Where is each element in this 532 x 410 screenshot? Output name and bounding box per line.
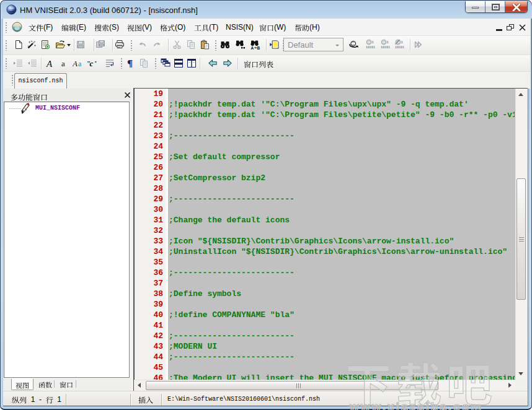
svg-text:a: a — [61, 59, 65, 68]
svg-text:1: 1 — [372, 40, 375, 44]
svg-text:A: A — [73, 59, 78, 68]
svg-text:": " — [94, 59, 97, 67]
svg-text:1: 1 — [401, 40, 404, 44]
svg-text:c: c — [90, 59, 94, 68]
svg-text:10101: 10101 — [395, 46, 404, 49]
svg-text:1: 1 — [387, 40, 389, 44]
svg-text:B: B — [257, 46, 260, 50]
svg-text:A: A — [46, 59, 53, 69]
svg-text:a: a — [78, 59, 82, 68]
svg-text:10101: 10101 — [381, 46, 390, 49]
svg-text:10101: 10101 — [366, 46, 375, 49]
svg-text:A: A — [251, 46, 254, 50]
svg-text:¶: ¶ — [127, 58, 133, 68]
